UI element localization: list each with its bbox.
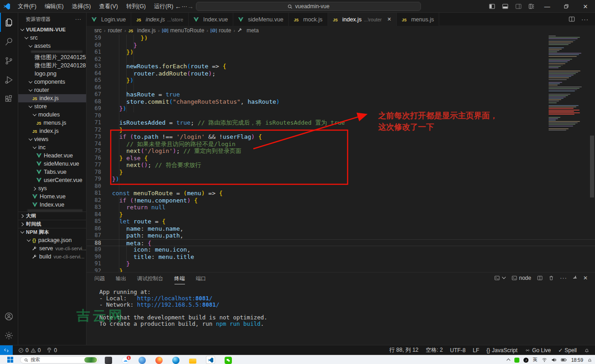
tree-item-Tabs.vue[interactable]: Tabs.vue (18, 168, 86, 176)
eol-indicator[interactable]: LF (473, 347, 479, 354)
section-时间线[interactable]: 时间线 (18, 220, 86, 228)
code-line-81[interactable]: 81const menuToRoute = (menu) => { (87, 190, 595, 197)
menu-item-0[interactable]: 文件(F) (14, 0, 41, 13)
tree-item-views[interactable]: views (18, 135, 86, 143)
wifi-icon[interactable] (542, 357, 547, 363)
tree-item-userCenter.vue[interactable]: userCenter.vue (18, 176, 86, 184)
code-line-73[interactable]: 73 if (to.path !== '/login' && !userFlag… (87, 133, 595, 141)
spell-checker[interactable]: ✓ Spell (558, 347, 577, 354)
tab-Login.vue[interactable]: Login.vue (87, 13, 131, 26)
close-window-button[interactable]: ✕ (576, 0, 595, 13)
cloud-app-icon[interactable]: ☁1 (122, 357, 129, 364)
file-explorer-icon[interactable] (189, 359, 196, 364)
language-mode[interactable]: {} JavaScript (487, 347, 518, 354)
tree-item-Index.vue[interactable]: Index.vue (18, 201, 86, 209)
tree-item-modules[interactable]: modules (18, 111, 86, 119)
run-debug-icon[interactable] (0, 70, 18, 89)
remote-indicator[interactable] (0, 345, 13, 355)
section-NPM 脚本[interactable]: NPM 脚本 (18, 228, 86, 236)
npm-item-package.json[interactable]: {}package.json (18, 236, 86, 244)
toggle-secondary-sidebar-icon[interactable] (515, 3, 522, 10)
code-line-59[interactable]: 59 }) (87, 35, 595, 42)
tree-item-assets[interactable]: assets (18, 42, 86, 50)
indentation-indicator[interactable]: 空格: 2 (426, 346, 442, 354)
kill-terminal-icon[interactable] (549, 275, 554, 281)
code-line-70[interactable]: 70 (87, 112, 595, 120)
panel-more-actions-icon[interactable]: ··· (560, 274, 567, 281)
minimize-button[interactable]: — (538, 0, 557, 13)
battery-icon[interactable] (561, 357, 567, 363)
panel-tab-输出[interactable]: 输出 (116, 273, 126, 284)
ports-indicator[interactable]: 0 (46, 347, 57, 354)
start-button[interactable] (7, 357, 13, 363)
menu-item-3[interactable]: 查看(V) (95, 0, 122, 13)
code-line-85[interactable]: 85 let route = { (87, 218, 595, 225)
wechat-icon[interactable] (225, 357, 232, 364)
code-line-90[interactable]: 90 title: menu.title (87, 253, 595, 261)
extensions-icon[interactable] (0, 89, 18, 108)
notifications-bell-icon[interactable] (584, 348, 590, 353)
panel-tab-调试控制台[interactable]: 调试控制台 (137, 273, 164, 284)
npm-item-build[interactable]: buildvue-cli-servi... (18, 253, 86, 261)
show-hidden-icons[interactable] (507, 358, 510, 362)
split-terminal-icon[interactable] (537, 275, 543, 281)
edge-icon[interactable] (172, 357, 180, 364)
menu-item-1[interactable]: 编辑(E) (41, 0, 68, 13)
customize-layout-icon[interactable] (528, 3, 535, 10)
code-line-77[interactable]: 77 next(); // 符合要求放行 (87, 162, 595, 169)
explorer-more-actions-icon[interactable]: ··· (75, 16, 82, 22)
maximize-panel-icon[interactable] (573, 276, 577, 280)
tree-item-index.js[interactable]: JSindex.js (18, 94, 86, 102)
terminal-output[interactable]: App running at:- Local: http://localhost… (99, 289, 586, 327)
breadcrumb-item-meta[interactable]: meta (237, 27, 259, 34)
search-sidebar-icon[interactable] (0, 32, 18, 51)
back-button[interactable]: ← (175, 3, 181, 10)
code-line-80[interactable]: 80 (87, 183, 595, 190)
npm-item-serve[interactable]: servevue-cli-servi... (18, 244, 86, 253)
tree-item-menus.js[interactable]: JSmenus.js (18, 119, 86, 127)
tree-item-logo.png[interactable]: logo.png (18, 70, 86, 78)
code-line-79[interactable]: 79}) (87, 176, 595, 183)
tree-item-components[interactable]: components (18, 78, 86, 86)
tree-item-router[interactable]: router (18, 86, 86, 94)
code-line-76[interactable]: 76 } else { (87, 155, 595, 162)
toggle-panel-icon[interactable] (502, 3, 508, 10)
breadcrumb-item-menuToRoute[interactable]: [@]menuToRoute (162, 27, 204, 34)
new-terminal-button[interactable] (494, 275, 506, 281)
wechat-tray-icon[interactable] (514, 358, 519, 363)
more-actions-icon[interactable]: ··· (581, 16, 589, 23)
section-大纲[interactable]: 大纲 (18, 212, 86, 220)
taskbar-search[interactable]: 搜索 (20, 356, 98, 364)
code-line-92[interactable]: 92 } (87, 268, 595, 273)
music-app-tray-icon[interactable]: ♪ (523, 358, 528, 363)
code-line-68[interactable]: 68 store.commit("changeRouteStatus", has… (87, 98, 595, 106)
forward-button[interactable]: → (187, 3, 194, 10)
tree-item-src[interactable]: src (18, 34, 86, 42)
code-line-86[interactable]: 86 name: menu.name, (87, 225, 595, 233)
tree-item-index.js[interactable]: JSindex.js (18, 127, 86, 135)
code-editor[interactable]: 59 })60 }61 })6263 newRoutes.forEach(rou… (87, 35, 595, 272)
code-line-71[interactable]: 71 isRoutesAdded = true; // 路由添加完成后，将 is… (87, 119, 595, 126)
editor-scrollbar[interactable] (590, 136, 594, 197)
toggle-primary-sidebar-icon[interactable] (489, 3, 495, 10)
menu-item-5[interactable]: 运行(R) (150, 0, 177, 13)
code-line-60[interactable]: 60 } (87, 42, 595, 49)
cursor-position[interactable]: 行 88, 列 12 (389, 346, 418, 354)
browser-app-icon[interactable] (138, 357, 146, 364)
explorer-icon[interactable] (0, 13, 18, 32)
minimap[interactable] (549, 35, 590, 131)
tab-menus.js[interactable]: JSmenus.js (397, 13, 439, 26)
code-line-78[interactable]: 78 } (87, 169, 595, 176)
menu-item-2[interactable]: 选择(S) (68, 0, 95, 13)
code-line-91[interactable]: 91 } (87, 260, 595, 268)
code-line-69[interactable]: 69 }) (87, 105, 595, 112)
code-line-84[interactable]: 84 } (87, 211, 595, 218)
tab-index.js[interactable]: JSindex.js...\router✕ (328, 13, 397, 26)
code-line-87[interactable]: 87 path: menu.path, (87, 232, 595, 239)
taskbar-bell-icon[interactable] (587, 358, 592, 363)
tree-item-store[interactable]: store (18, 102, 86, 111)
code-line-82[interactable]: 82 if (!menu.component) { (87, 197, 595, 204)
firefox-icon[interactable] (155, 357, 163, 364)
tree-item--_202401282...[interactable]: 微信图片_202401282... (18, 61, 86, 70)
code-line-72[interactable]: 72 } (87, 126, 595, 134)
